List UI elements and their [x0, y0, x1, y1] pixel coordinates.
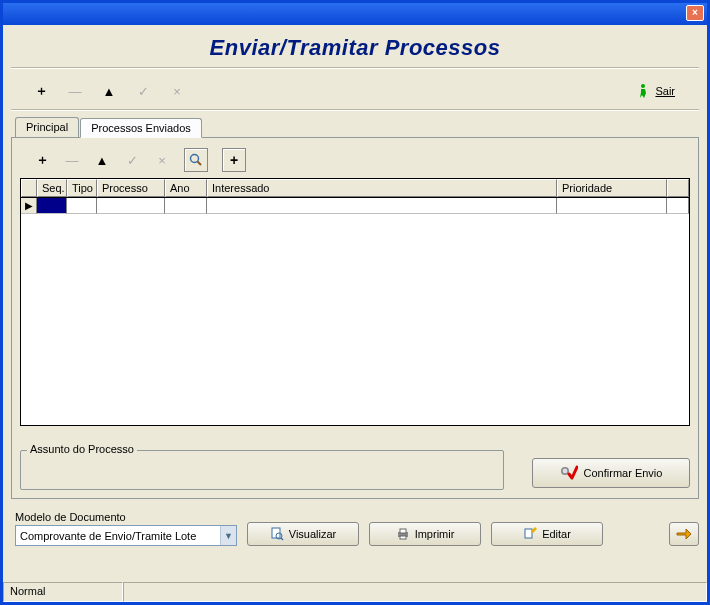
grid-toolbar: ＋ — ▲ ✓ × +	[20, 146, 690, 178]
cancel-icon: ×	[169, 83, 185, 99]
cell-interessado[interactable]	[207, 198, 557, 214]
printer-icon	[396, 527, 410, 541]
grid-add-icon[interactable]: ＋	[34, 152, 50, 168]
editar-label: Editar	[542, 528, 571, 540]
modelo-dropdown[interactable]: Comprovante de Envio/Tramite Lote ▼	[15, 525, 237, 546]
tab-principal[interactable]: Principal	[15, 117, 79, 137]
col-seq[interactable]: Seq.	[37, 179, 67, 197]
header: Enviar/Tramitar Processos	[3, 25, 707, 67]
arrow-right-icon	[676, 528, 692, 540]
grid-cancel-icon: ×	[154, 152, 170, 168]
cell-tail	[667, 198, 689, 214]
visualizar-label: Visualizar	[289, 528, 337, 540]
cell-ano[interactable]	[165, 198, 207, 214]
cell-seq[interactable]	[37, 198, 67, 214]
modelo-label: Modelo de Documento	[15, 511, 237, 523]
col-processo[interactable]: Processo	[97, 179, 165, 197]
assunto-label: Assunto do Processo	[27, 443, 137, 455]
col-marker	[21, 179, 37, 197]
chevron-down-icon: ▼	[220, 526, 236, 545]
grid-up-icon[interactable]: ▲	[94, 152, 110, 168]
svg-rect-11	[525, 529, 532, 538]
titlebar: ×	[3, 3, 707, 25]
up-icon[interactable]: ▲	[101, 83, 117, 99]
svg-rect-9	[400, 529, 406, 533]
grid-header: Seq. Tipo Processo Ano Interessado Prior…	[21, 179, 689, 198]
exit-button[interactable]: Sair	[635, 83, 695, 99]
processos-grid[interactable]: Seq. Tipo Processo Ano Interessado Prior…	[20, 178, 690, 426]
svg-point-0	[641, 84, 645, 88]
imprimir-button[interactable]: Imprimir	[369, 522, 481, 546]
tab-panel-enviados: ＋ — ▲ ✓ × + Seq. Tipo Processo Ano Inter…	[11, 137, 699, 499]
status-spacer	[123, 582, 707, 602]
add-icon[interactable]: ＋	[33, 83, 49, 99]
next-button[interactable]	[669, 522, 699, 546]
grid-remove-icon: —	[64, 152, 80, 168]
remove-icon: —	[67, 83, 83, 99]
svg-point-4	[562, 469, 567, 474]
col-tipo[interactable]: Tipo	[67, 179, 97, 197]
close-icon[interactable]: ×	[686, 5, 704, 21]
grid-body[interactable]: ▶	[21, 198, 689, 425]
col-prioridade[interactable]: Prioridade	[557, 179, 667, 197]
divider	[11, 109, 699, 111]
modelo-block: Modelo de Documento Comprovante de Envio…	[15, 511, 237, 546]
person-walk-icon	[635, 83, 651, 99]
svg-line-2	[198, 162, 202, 166]
svg-line-7	[281, 538, 283, 540]
exit-label: Sair	[655, 85, 675, 97]
tab-processos-enviados[interactable]: Processos Enviados	[80, 118, 202, 138]
visualizar-button[interactable]: Visualizar	[247, 522, 359, 546]
table-row[interactable]: ▶	[21, 198, 689, 214]
status-text: Normal	[3, 582, 123, 602]
app-window: × Enviar/Tramitar Processos ＋ — ▲ ✓ × Sa…	[0, 0, 710, 605]
grid-check-icon: ✓	[124, 152, 140, 168]
check-icon: ✓	[135, 83, 151, 99]
col-ano[interactable]: Ano	[165, 179, 207, 197]
cell-tipo[interactable]	[67, 198, 97, 214]
modelo-selected: Comprovante de Envio/Tramite Lote	[20, 530, 196, 542]
assunto-groupbox: Assunto do Processo	[20, 450, 504, 490]
search-button[interactable]	[184, 148, 208, 172]
page-title: Enviar/Tramitar Processos	[3, 35, 707, 61]
row-marker-icon: ▶	[21, 198, 37, 214]
main-toolbar: ＋ — ▲ ✓ × Sair	[3, 69, 707, 109]
cell-processo[interactable]	[97, 198, 165, 214]
statusbar: Normal	[3, 582, 707, 602]
tabbar: Principal Processos Enviados	[15, 117, 707, 137]
svg-point-1	[191, 155, 199, 163]
editar-button[interactable]: Editar	[491, 522, 603, 546]
bottom-actions: Modelo de Documento Comprovante de Envio…	[15, 511, 699, 546]
confirm-icon	[560, 465, 578, 481]
add-button-square[interactable]: +	[222, 148, 246, 172]
confirmar-envio-button[interactable]: Confirmar Envio	[532, 458, 690, 488]
edit-icon	[523, 527, 537, 541]
imprimir-label: Imprimir	[415, 528, 455, 540]
col-tail	[667, 179, 689, 197]
preview-icon	[270, 527, 284, 541]
cell-prioridade[interactable]	[557, 198, 667, 214]
confirmar-label: Confirmar Envio	[584, 467, 663, 479]
col-interessado[interactable]: Interessado	[207, 179, 557, 197]
svg-rect-10	[400, 536, 406, 539]
